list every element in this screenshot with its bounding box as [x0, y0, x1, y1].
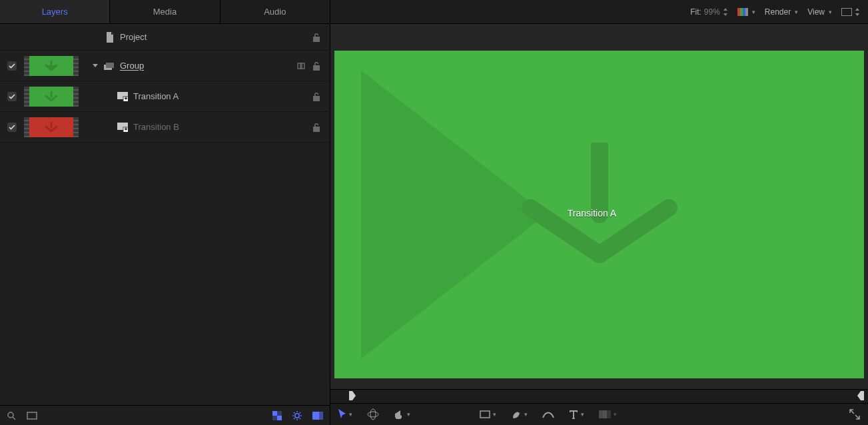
svg-rect-11	[277, 416, 282, 420]
viewer-toolbar: Fit: 99% ▾ Render ▾ View ▾	[330, 0, 868, 24]
chevron-down-icon: ▾	[829, 9, 832, 15]
svg-rect-12	[277, 411, 282, 416]
svg-point-22	[368, 412, 378, 417]
layer-row-transition-b[interactable]: Transition B	[0, 112, 330, 143]
lock-icon[interactable]	[312, 33, 320, 42]
3d-transform-tool[interactable]	[367, 408, 379, 420]
svg-point-14	[295, 413, 299, 417]
document-icon	[105, 32, 115, 43]
gear-icon[interactable]	[292, 411, 302, 420]
mini-timeline[interactable]	[330, 389, 868, 404]
svg-point-25	[518, 411, 520, 413]
checker-icon[interactable]	[272, 411, 282, 420]
select-tool[interactable]: ▾	[338, 409, 352, 420]
svg-rect-13	[272, 416, 277, 420]
lock-icon[interactable]	[312, 123, 320, 132]
row-name-cell: Project	[88, 32, 294, 43]
view-label: View	[807, 7, 825, 17]
fit-label: Fit:	[690, 7, 701, 17]
lock-icon[interactable]	[312, 61, 320, 71]
svg-rect-10	[272, 411, 277, 416]
svg-rect-17	[737, 8, 740, 16]
frame-icon[interactable]	[27, 412, 37, 420]
svg-point-8	[8, 412, 13, 418]
monitor-icon	[841, 8, 852, 16]
svg-rect-27	[603, 410, 611, 418]
search-icon[interactable]	[7, 411, 16, 420]
mask-icon[interactable]	[312, 412, 323, 420]
layer-thumbnail[interactable]	[24, 117, 79, 137]
chevron-down-icon: ▾	[407, 411, 410, 418]
chevron-down-icon: ▾	[493, 411, 496, 418]
disclosure-triangle-icon[interactable]	[92, 63, 99, 69]
row-label: Transition A	[133, 91, 179, 101]
expand-viewer-icon[interactable]	[849, 409, 860, 420]
stepper-icon[interactable]	[855, 8, 860, 16]
mask-tool[interactable]: ▾	[599, 410, 617, 418]
canvas-overlay-label: Transition A	[568, 208, 616, 218]
fit-zoom-control[interactable]: Fit: 99%	[690, 7, 728, 17]
visibility-checkbox[interactable]	[7, 61, 17, 71]
canvas[interactable]: Transition A	[334, 51, 864, 378]
viewer-layout-menu[interactable]	[841, 8, 860, 16]
down-arrow-shape	[520, 143, 679, 269]
chevron-down-icon: ▾	[752, 9, 755, 15]
pen-tool[interactable]: ▾	[511, 409, 528, 420]
layer-row-transition-a[interactable]: Transition A	[0, 81, 330, 112]
svg-rect-16	[316, 412, 323, 420]
chevron-down-icon: ▾	[524, 411, 528, 418]
paint-stroke-tool[interactable]	[542, 410, 554, 419]
visibility-checkbox[interactable]	[7, 92, 17, 101]
svg-point-23	[370, 409, 376, 420]
layer-thumbnail[interactable]	[24, 56, 79, 76]
svg-rect-2	[298, 63, 302, 69]
row-label: Group	[120, 61, 144, 71]
canvas-area: Transition A	[330, 24, 868, 389]
pan-tool[interactable]: ▾	[394, 409, 410, 420]
viewer-panel: Fit: 99% ▾ Render ▾ View ▾	[330, 0, 868, 425]
svg-rect-19	[743, 8, 745, 16]
fit-value: 99%	[704, 7, 720, 17]
chevron-down-icon: ▾	[581, 411, 584, 418]
svg-rect-1	[106, 63, 114, 68]
view-menu[interactable]: View ▾	[807, 7, 832, 17]
layer-row-group[interactable]: Group	[0, 51, 330, 81]
chevron-down-icon: ▾	[795, 9, 798, 15]
tools-toolbar: ▾ ▾ ▾ ▾ ▾ ▾	[330, 404, 868, 425]
visibility-checkbox[interactable]	[7, 123, 17, 132]
svg-rect-3	[300, 63, 304, 69]
layers-footer	[0, 405, 330, 425]
placeholder-icon	[117, 92, 128, 101]
render-label: Render	[765, 7, 791, 17]
chevron-down-icon: ▾	[614, 411, 617, 418]
shape-tool[interactable]: ▾	[480, 410, 496, 418]
color-channels-menu[interactable]: ▾	[737, 8, 755, 16]
out-point-marker-icon[interactable]	[857, 391, 864, 402]
layer-list: Project	[0, 24, 330, 405]
tab-audio[interactable]: Audio	[220, 0, 330, 23]
tab-layers[interactable]: Layers	[0, 0, 110, 23]
text-tool[interactable]: ▾	[569, 410, 584, 419]
lock-icon[interactable]	[312, 92, 320, 101]
chevron-down-icon: ▾	[349, 411, 352, 418]
play-triangle-shape	[361, 71, 546, 359]
stack-icon	[104, 62, 115, 70]
render-menu[interactable]: Render ▾	[765, 7, 798, 17]
tab-media[interactable]: Media	[110, 0, 220, 23]
layer-row-project[interactable]: Project	[0, 24, 330, 51]
color-swatch-icon	[737, 8, 748, 16]
panel-tabs: Layers Media Audio	[0, 0, 330, 24]
pass-through-icon[interactable]	[296, 62, 306, 70]
row-label: Project	[120, 32, 147, 42]
stepper-icon[interactable]	[723, 8, 728, 16]
svg-rect-24	[480, 411, 490, 418]
placeholder-icon	[117, 123, 128, 132]
layer-thumbnail[interactable]	[24, 87, 79, 107]
svg-rect-20	[745, 8, 748, 16]
row-label: Transition B	[133, 122, 179, 132]
svg-rect-9	[27, 412, 37, 419]
svg-rect-18	[740, 8, 743, 16]
in-point-marker-icon[interactable]	[349, 391, 356, 402]
layers-panel: Layers Media Audio Project	[0, 0, 330, 425]
svg-rect-21	[841, 8, 852, 16]
